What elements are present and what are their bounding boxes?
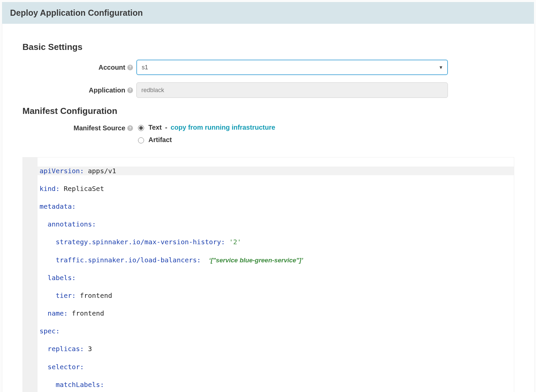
application-label-wrap: Application ?	[22, 86, 136, 94]
application-input-wrap	[136, 82, 448, 98]
copy-from-infra-link[interactable]: copy from running infrastructure	[171, 124, 275, 131]
manifest-source-row: Manifest Source ? Text - copy from runni…	[22, 124, 514, 148]
help-icon[interactable]: ?	[127, 65, 133, 70]
manifest-source-artifact-label: Artifact	[148, 136, 172, 144]
manifest-source-options: Text - copy from running infrastructure …	[136, 124, 448, 148]
account-label: Account	[98, 64, 125, 71]
manifest-source-artifact-row: Artifact	[136, 136, 448, 144]
panel-header: Deploy Application Configuration	[2, 2, 534, 24]
account-select-wrap: s1 ▼	[136, 60, 448, 75]
application-label: Application	[89, 86, 125, 94]
panel-title: Deploy Application Configuration	[10, 8, 143, 17]
manifest-source-label-wrap: Manifest Source ?	[22, 124, 136, 132]
account-label-wrap: Account ?	[22, 64, 136, 71]
manifest-source-label: Manifest Source	[74, 124, 125, 132]
manifest-source-text-label: Text	[148, 124, 162, 131]
manifest-source-artifact-radio[interactable]	[138, 137, 144, 143]
application-input	[136, 82, 448, 98]
application-row: Application ?	[22, 82, 514, 98]
manifest-yaml-editor[interactable]: apiVersion: apps/v1 kind: ReplicaSet met…	[22, 157, 514, 392]
account-row: Account ? s1 ▼	[22, 60, 514, 75]
basic-settings-title: Basic Settings	[22, 42, 514, 52]
editor-gutter	[23, 157, 38, 392]
help-icon[interactable]: ?	[127, 125, 133, 131]
editor-code[interactable]: apiVersion: apps/v1 kind: ReplicaSet met…	[38, 157, 514, 392]
help-icon[interactable]: ?	[127, 87, 133, 93]
account-select[interactable]: s1	[136, 60, 448, 75]
manifest-source-text-row: Text - copy from running infrastructure	[136, 124, 448, 131]
panel-body: Basic Settings Account ? s1 ▼ Applicatio…	[2, 24, 535, 392]
manifest-config-title: Manifest Configuration	[22, 106, 514, 116]
manifest-source-text-radio[interactable]	[138, 125, 144, 131]
manifest-source-separator: -	[165, 124, 168, 131]
